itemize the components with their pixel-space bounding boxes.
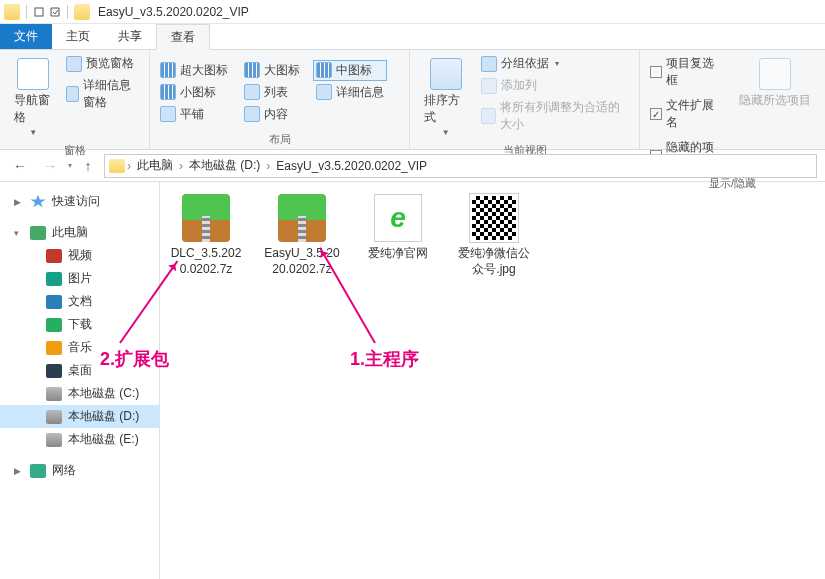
medium-icons[interactable]: 中图标 <box>314 61 386 80</box>
bc-folder[interactable]: EasyU_v3.5.2020.0202_VIP <box>272 159 431 173</box>
sm-icon <box>160 84 176 100</box>
hide-icon <box>759 58 791 90</box>
share-tab[interactable]: 共享 <box>104 24 156 49</box>
file-tab[interactable]: 文件 <box>0 24 52 49</box>
file-item-0[interactable]: DLC_3.5.2020.0202.7z <box>168 194 244 277</box>
content-label: 内容 <box>264 106 288 123</box>
network-icon <box>30 464 46 478</box>
list-view[interactable]: 列表 <box>242 83 302 102</box>
archive-icon <box>182 194 230 242</box>
item-checkboxes[interactable]: 项目复选框 <box>648 54 727 90</box>
desk-label: 桌面 <box>68 362 92 379</box>
disk-c-label: 本地磁盘 (C:) <box>68 385 139 402</box>
sidebar-music[interactable]: 音乐 <box>0 336 159 359</box>
sidebar-pictures[interactable]: 图片 <box>0 267 159 290</box>
archive-icon <box>278 194 326 242</box>
sidebar-network[interactable]: ▶网络 <box>0 459 159 482</box>
sidebar-desktop[interactable]: 桌面 <box>0 359 159 382</box>
video-icon <box>46 249 62 263</box>
layout-group: 超大图标 大图标 中图标 小图标 列表 详细信息 平铺 内容 布局 <box>150 50 410 149</box>
sidebar-video[interactable]: 视频 <box>0 244 159 267</box>
doc-label: 文档 <box>68 293 92 310</box>
xl-label: 超大图标 <box>180 62 228 79</box>
tiles-label: 平铺 <box>180 106 204 123</box>
qat-icon-1[interactable] <box>33 6 45 18</box>
hide-selected-button[interactable]: 隐藏所选项目 <box>733 54 817 113</box>
net-label: 网络 <box>52 462 76 479</box>
pc-label: 此电脑 <box>52 224 88 241</box>
md-icon <box>316 62 332 78</box>
checkbox-checked-icon: ✓ <box>650 108 662 120</box>
sidebar-quick-access[interactable]: ▶快速访问 <box>0 190 159 213</box>
file-list: DLC_3.5.2020.0202.7z EasyU_3.5.2020.0202… <box>168 194 817 277</box>
home-tab[interactable]: 主页 <box>52 24 104 49</box>
nav-pane-button[interactable]: 导航窗格 ▼ <box>8 54 58 141</box>
file-label: 爱纯净官网 <box>368 246 428 262</box>
disk-d-label: 本地磁盘 (D:) <box>68 408 139 425</box>
disk-icon <box>46 433 62 447</box>
back-button[interactable]: ← <box>8 154 32 178</box>
preview-pane-button[interactable]: 预览窗格 <box>64 54 141 73</box>
preview-pane-label: 预览窗格 <box>86 55 134 72</box>
lg-icon <box>244 62 260 78</box>
size-cols-label: 将所有列调整为合适的大小 <box>500 99 629 133</box>
details-label: 详细信息 <box>336 84 384 101</box>
extra-large-icons[interactable]: 超大图标 <box>158 61 230 80</box>
add-cols-label: 添加列 <box>501 77 537 94</box>
star-icon <box>30 195 46 209</box>
nav-sidebar: ▶快速访问 ▾此电脑 视频 图片 文档 下载 音乐 桌面 本地磁盘 (C:) 本… <box>0 182 160 579</box>
file-label: 爱纯净微信公众号.jpg <box>456 246 532 277</box>
video-label: 视频 <box>68 247 92 264</box>
file-item-2[interactable]: 爱纯净官网 <box>360 194 436 277</box>
title-bar: EasyU_v3.5.2020.0202_VIP <box>0 0 825 24</box>
group-by-button[interactable]: 分组依据▾ <box>479 54 631 73</box>
bc-drive[interactable]: 本地磁盘 (D:) <box>185 157 264 174</box>
file-item-3[interactable]: 爱纯净微信公众号.jpg <box>456 194 532 277</box>
sidebar-downloads[interactable]: 下载 <box>0 313 159 336</box>
file-label: DLC_3.5.2020.0202.7z <box>168 246 244 277</box>
small-icons[interactable]: 小图标 <box>158 83 230 102</box>
view-tab[interactable]: 查看 <box>156 24 210 50</box>
web-shortcut-icon <box>374 194 422 242</box>
sidebar-disk-e[interactable]: 本地磁盘 (E:) <box>0 428 159 451</box>
tiles-view[interactable]: 平铺 <box>158 105 230 124</box>
file-item-1[interactable]: EasyU_3.5.2020.0202.7z <box>264 194 340 277</box>
large-icons[interactable]: 大图标 <box>242 61 302 80</box>
sidebar-disk-d[interactable]: 本地磁盘 (D:) <box>0 405 159 428</box>
content-view[interactable]: 内容 <box>242 105 302 124</box>
tiles-icon <box>160 106 176 122</box>
bc-this-pc[interactable]: 此电脑 <box>133 157 177 174</box>
forward-button: → <box>38 154 62 178</box>
breadcrumb[interactable]: › 此电脑 › 本地磁盘 (D:) › EasyU_v3.5.2020.0202… <box>104 154 817 178</box>
disk-icon <box>46 387 62 401</box>
pic-label: 图片 <box>68 270 92 287</box>
xl-icon <box>160 62 176 78</box>
music-icon <box>46 341 62 355</box>
details-pane-button[interactable]: 详细信息窗格 <box>64 76 141 112</box>
bc-sep: › <box>127 159 131 173</box>
list-icon <box>244 84 260 100</box>
sm-label: 小图标 <box>180 84 216 101</box>
svg-rect-0 <box>35 8 43 16</box>
disk-e-label: 本地磁盘 (E:) <box>68 431 139 448</box>
history-dropdown-icon[interactable]: ▾ <box>68 161 72 170</box>
sidebar-disk-c[interactable]: 本地磁盘 (C:) <box>0 382 159 405</box>
app-folder-icon <box>4 4 20 20</box>
qr-image-icon <box>470 194 518 242</box>
details-view[interactable]: 详细信息 <box>314 83 386 102</box>
preview-pane-icon <box>66 56 82 72</box>
up-button[interactable]: ↑ <box>78 156 98 176</box>
content-area[interactable]: DLC_3.5.2020.0202.7z EasyU_3.5.2020.0202… <box>160 182 825 579</box>
sidebar-this-pc[interactable]: ▾此电脑 <box>0 221 159 244</box>
documents-icon <box>46 295 62 309</box>
file-extensions[interactable]: ✓文件扩展名 <box>648 96 727 132</box>
qat-icon-2[interactable] <box>49 6 61 18</box>
sidebar-documents[interactable]: 文档 <box>0 290 159 313</box>
content-icon <box>244 106 260 122</box>
window-title: EasyU_v3.5.2020.0202_VIP <box>98 5 249 19</box>
sort-by-button[interactable]: 排序方式 ▼ <box>418 54 473 141</box>
file-ext-label: 文件扩展名 <box>666 97 725 131</box>
disk-icon <box>46 410 62 424</box>
add-columns-button: 添加列 <box>479 76 631 95</box>
current-view-group: 排序方式 ▼ 分组依据▾ 添加列 将所有列调整为合适的大小 当前视图 <box>410 50 640 149</box>
